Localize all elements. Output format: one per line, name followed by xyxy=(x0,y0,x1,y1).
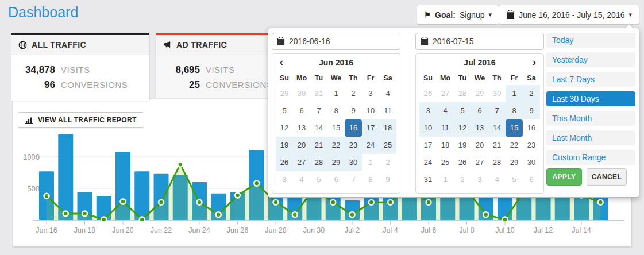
date-cell[interactable]: 18 xyxy=(379,119,396,137)
date-cell[interactable]: 23 xyxy=(523,137,540,154)
start-date-input[interactable] xyxy=(289,37,395,46)
date-cell[interactable]: 4 xyxy=(437,102,454,119)
date-cell[interactable]: 2 xyxy=(454,171,471,188)
next-month-icon[interactable]: › xyxy=(527,54,541,71)
date-cell[interactable]: 10 xyxy=(419,119,437,137)
date-cell[interactable]: 27 xyxy=(471,154,488,171)
date-cell[interactable]: 30 xyxy=(345,154,362,171)
date-cell[interactable]: 1 xyxy=(327,85,345,102)
preset-this-month[interactable]: This Month xyxy=(546,111,635,126)
date-cell[interactable]: 3 xyxy=(362,85,379,102)
date-cell[interactable]: 10 xyxy=(362,102,379,119)
preset-custom-range[interactable]: Custom Range xyxy=(546,150,635,165)
preset-last-7-days[interactable]: Last 7 Days xyxy=(546,72,635,87)
date-cell[interactable]: 4 xyxy=(293,171,310,188)
date-cell[interactable]: 8 xyxy=(362,171,379,188)
date-cell[interactable]: 22 xyxy=(327,137,345,154)
preset-today[interactable]: Today xyxy=(546,33,635,48)
date-cell[interactable]: 20 xyxy=(471,137,488,154)
date-cell[interactable]: 6 xyxy=(293,102,310,119)
date-cell[interactable]: 4 xyxy=(379,85,396,102)
date-cell[interactable]: 11 xyxy=(379,102,396,119)
date-cell[interactable]: 1 xyxy=(362,154,379,171)
date-range-button[interactable]: June 16, 2016 - July 15, 2016 ▾ xyxy=(499,5,639,25)
date-cell[interactable]: 12 xyxy=(454,119,471,137)
date-cell[interactable]: 26 xyxy=(419,85,437,102)
date-cell[interactable]: 9 xyxy=(523,102,540,119)
date-cell[interactable]: 25 xyxy=(437,154,454,171)
date-cell[interactable]: 8 xyxy=(506,102,523,119)
date-cell[interactable]: 5 xyxy=(310,171,327,188)
date-cell[interactable]: 12 xyxy=(276,119,293,137)
date-cell[interactable]: 29 xyxy=(276,85,293,102)
date-cell[interactable]: 30 xyxy=(488,85,506,102)
date-cell[interactable]: 24 xyxy=(419,154,437,171)
date-cell[interactable]: 28 xyxy=(454,85,471,102)
date-cell[interactable]: 2 xyxy=(523,85,540,102)
date-cell[interactable]: 9 xyxy=(379,171,396,188)
date-cell[interactable]: 17 xyxy=(419,137,437,154)
date-cell[interactable]: 30 xyxy=(523,154,540,171)
date-cell[interactable]: 14 xyxy=(310,119,327,137)
date-cell[interactable]: 30 xyxy=(293,85,310,102)
date-cell[interactable]: 18 xyxy=(437,137,454,154)
date-cell[interactable]: 3 xyxy=(276,171,293,188)
date-cell[interactable]: 26 xyxy=(276,154,293,171)
date-cell[interactable]: 29 xyxy=(327,154,345,171)
date-cell[interactable]: 19 xyxy=(276,137,293,154)
date-cell[interactable]: 28 xyxy=(488,154,506,171)
date-cell[interactable]: 2 xyxy=(345,85,362,102)
date-cell[interactable]: 26 xyxy=(454,154,471,171)
date-cell[interactable]: 29 xyxy=(506,154,523,171)
preset-yesterday[interactable]: Yesterday xyxy=(546,52,635,67)
date-cell[interactable]: 9 xyxy=(345,102,362,119)
date-cell[interactable]: 21 xyxy=(310,137,327,154)
date-cell[interactable]: 13 xyxy=(293,119,310,137)
date-cell[interactable]: 3 xyxy=(419,102,437,119)
date-cell[interactable]: 21 xyxy=(488,137,506,154)
date-cell[interactable]: 7 xyxy=(488,102,506,119)
date-cell[interactable]: 29 xyxy=(471,85,488,102)
date-cell[interactable]: 31 xyxy=(419,171,437,188)
date-cell[interactable]: 1 xyxy=(437,171,454,188)
date-cell[interactable]: 6 xyxy=(523,171,540,188)
prev-month-icon[interactable]: ‹ xyxy=(275,54,288,71)
date-cell-selected[interactable]: 16 xyxy=(345,119,362,137)
date-cell[interactable]: 3 xyxy=(471,171,488,188)
date-cell[interactable]: 23 xyxy=(345,137,362,154)
date-cell[interactable]: 6 xyxy=(471,102,488,119)
date-cell[interactable]: 8 xyxy=(327,102,345,119)
date-cell[interactable]: 7 xyxy=(345,171,362,188)
date-cell[interactable]: 19 xyxy=(454,137,471,154)
date-cell[interactable]: 5 xyxy=(276,102,293,119)
date-cell[interactable]: 17 xyxy=(362,119,379,137)
date-cell[interactable]: 27 xyxy=(293,154,310,171)
date-cell[interactable]: 1 xyxy=(506,85,523,102)
card-all-traffic[interactable]: ALL TRAFFIC 34,878 VISITS 96 CONVERSIONS xyxy=(11,33,149,101)
date-cell[interactable]: 5 xyxy=(454,102,471,119)
date-cell[interactable]: 6 xyxy=(327,171,345,188)
date-cell[interactable]: 20 xyxy=(293,137,310,154)
date-cell[interactable]: 27 xyxy=(437,85,454,102)
date-cell[interactable]: 7 xyxy=(310,102,327,119)
end-date-input[interactable] xyxy=(433,37,539,46)
date-cell[interactable]: 5 xyxy=(506,171,523,188)
date-cell[interactable]: 25 xyxy=(379,137,396,154)
date-cell[interactable]: 28 xyxy=(310,154,327,171)
date-cell-selected[interactable]: 15 xyxy=(506,119,523,137)
cancel-button[interactable]: CANCEL xyxy=(587,168,627,186)
apply-button[interactable]: APPLY xyxy=(546,168,582,186)
date-cell[interactable]: 14 xyxy=(488,119,506,137)
date-cell[interactable]: 16 xyxy=(523,119,540,137)
view-all-traffic-report-button[interactable]: VIEW ALL TRAFFIC REPORT xyxy=(18,112,144,128)
date-cell[interactable]: 22 xyxy=(506,137,523,154)
goal-dropdown-button[interactable]: ⚑ Goal: Signup ▾ xyxy=(417,5,499,25)
date-cell[interactable]: 24 xyxy=(362,137,379,154)
date-cell[interactable]: 11 xyxy=(437,119,454,137)
preset-last-month[interactable]: Last Month xyxy=(546,130,635,145)
date-cell[interactable]: 4 xyxy=(488,171,506,188)
date-cell[interactable]: 2 xyxy=(379,154,396,171)
preset-last-30-days[interactable]: Last 30 Days xyxy=(546,91,635,106)
date-cell[interactable]: 13 xyxy=(471,119,488,137)
date-cell[interactable]: 31 xyxy=(310,85,327,102)
